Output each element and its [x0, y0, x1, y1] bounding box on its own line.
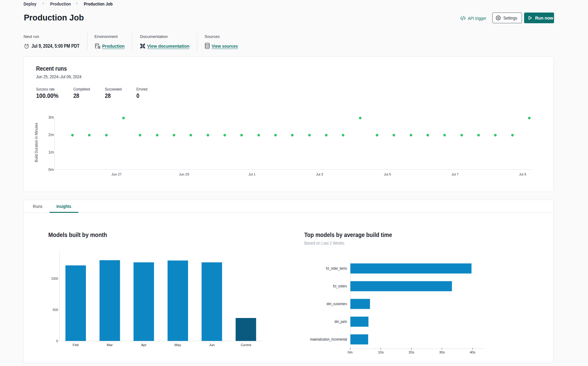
svg-text:materialization_incremental: materialization_incremental: [310, 337, 347, 342]
svg-text:May: May: [175, 343, 181, 347]
svg-text:0: 0: [56, 339, 58, 343]
svg-text:2m: 2m: [48, 132, 54, 137]
svg-text:40s: 40s: [470, 350, 475, 354]
svg-text:Jun 29: Jun 29: [179, 172, 189, 176]
svg-text:1m: 1m: [48, 150, 54, 154]
svg-text:1000: 1000: [51, 277, 58, 280]
svg-text:0m: 0m: [348, 350, 353, 354]
svg-text:20s: 20s: [409, 350, 414, 354]
svg-text:Build Duration in Minutes: Build Duration in Minutes: [34, 123, 39, 162]
svg-text:Apr: Apr: [141, 343, 146, 347]
svg-text:Jun: Jun: [209, 343, 215, 347]
svg-text:10s: 10s: [378, 350, 384, 354]
svg-text:30s: 30s: [439, 350, 445, 354]
svg-text:dim_customers: dim_customers: [327, 302, 347, 306]
svg-text:Jun 27: Jun 27: [111, 172, 121, 176]
svg-text:fct_order_items: fct_order_items: [326, 266, 347, 271]
svg-text:Jul 3: Jul 3: [316, 172, 323, 176]
svg-text:Current: Current: [241, 343, 252, 347]
svg-text:500: 500: [53, 308, 58, 312]
svg-text:fct_orders: fct_orders: [333, 284, 347, 288]
svg-text:Mar: Mar: [107, 343, 113, 347]
svg-text:3m: 3m: [48, 115, 54, 120]
svg-text:Feb: Feb: [73, 343, 79, 347]
svg-text:Jul 5: Jul 5: [384, 172, 391, 176]
svg-text:Jul 1: Jul 1: [248, 172, 255, 176]
svg-text:Jul 7: Jul 7: [451, 172, 458, 176]
svg-text:0m: 0m: [48, 167, 54, 172]
svg-text:Jul 9: Jul 9: [519, 172, 526, 176]
svg-text:dim_parts: dim_parts: [335, 320, 347, 324]
